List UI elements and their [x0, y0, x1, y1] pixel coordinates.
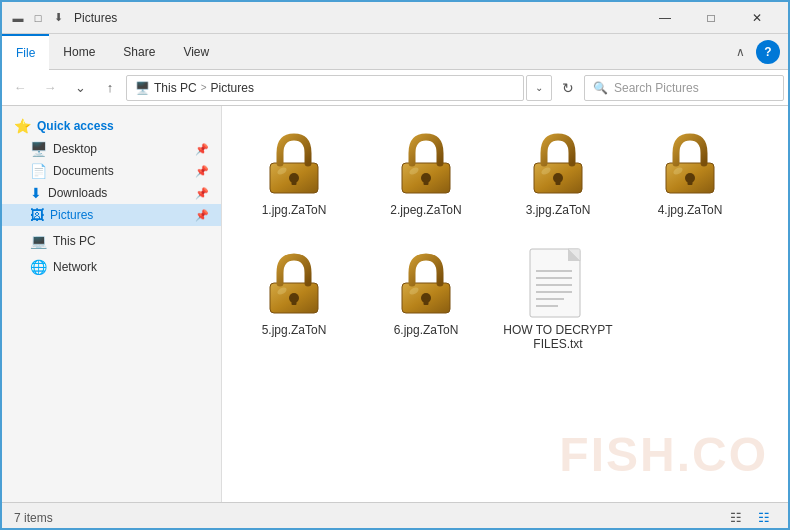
- sidebar-item-documents-label: Documents: [53, 164, 114, 178]
- up-button[interactable]: ↑: [96, 74, 124, 102]
- tab-share[interactable]: Share: [109, 34, 169, 69]
- sidebar-item-desktop[interactable]: 🖥️ Desktop 📌: [2, 138, 221, 160]
- back-button[interactable]: ←: [6, 74, 34, 102]
- title-text: Pictures: [74, 11, 117, 25]
- close-button[interactable]: ✕: [734, 2, 780, 34]
- sidebar-item-thispc[interactable]: 💻 This PC: [2, 230, 221, 252]
- file-area: 1.jpg.ZaToN 2.jpeg.ZaToN: [222, 106, 788, 502]
- file-name-2: 2.jpeg.ZaToN: [390, 203, 461, 217]
- sidebar-item-network-label: Network: [53, 260, 97, 274]
- sidebar-item-pictures[interactable]: 🖼 Pictures 📌: [2, 204, 221, 226]
- file-item-4[interactable]: 4.jpg.ZaToN: [630, 118, 750, 226]
- path-chevron-1: >: [201, 82, 207, 93]
- watermark: FISH.CO: [559, 427, 768, 482]
- sidebar-item-desktop-label: Desktop: [53, 142, 97, 156]
- tb-icon-3: ⬇: [50, 10, 66, 26]
- desktop-pin-icon: 📌: [195, 143, 209, 156]
- file-item-5[interactable]: 5.jpg.ZaToN: [234, 238, 354, 360]
- svg-rect-10: [556, 178, 561, 185]
- grid-view-button[interactable]: ☷: [752, 506, 776, 530]
- file-icon-7: [522, 247, 594, 319]
- main-area: ⭐ Quick access 🖥️ Desktop 📌 📄 Documents …: [2, 106, 788, 502]
- ribbon-collapse-icon[interactable]: ∧: [728, 40, 752, 64]
- forward-button[interactable]: →: [36, 74, 64, 102]
- sidebar-item-thispc-label: This PC: [53, 234, 96, 248]
- file-icon-3: [522, 127, 594, 199]
- quick-access-section: ⭐ Quick access 🖥️ Desktop 📌 📄 Documents …: [2, 114, 221, 226]
- sidebar-item-downloads-label: Downloads: [48, 186, 107, 200]
- downloads-icon: ⬇: [30, 185, 42, 201]
- network-icon: 🌐: [30, 259, 47, 275]
- sidebar-item-pictures-label: Pictures: [50, 208, 93, 222]
- pictures-sidebar-icon: 🖼: [30, 207, 44, 223]
- svg-rect-6: [424, 178, 429, 185]
- file-item-6[interactable]: 6.jpg.ZaToN: [366, 238, 486, 360]
- path-thispc: This PC >: [154, 81, 207, 95]
- svg-rect-18: [292, 298, 297, 305]
- tab-home[interactable]: Home: [49, 34, 109, 69]
- refresh-button[interactable]: ↻: [554, 74, 582, 102]
- file-icon-2: [390, 127, 462, 199]
- path-icon: 🖥️: [135, 81, 150, 95]
- ribbon-help-icon[interactable]: ?: [756, 40, 780, 64]
- file-item-2[interactable]: 2.jpeg.ZaToN: [366, 118, 486, 226]
- file-item-1[interactable]: 1.jpg.ZaToN: [234, 118, 354, 226]
- search-icon: 🔍: [593, 81, 608, 95]
- search-box[interactable]: 🔍 Search Pictures: [584, 75, 784, 101]
- address-path[interactable]: 🖥️ This PC > Pictures: [126, 75, 524, 101]
- file-icon-5: [258, 247, 330, 319]
- ribbon-right: ∧ ?: [728, 34, 788, 69]
- tab-view[interactable]: View: [169, 34, 223, 69]
- file-icon-1: [258, 127, 330, 199]
- dropdown-button[interactable]: ⌄: [66, 74, 94, 102]
- file-name-5: 5.jpg.ZaToN: [262, 323, 327, 337]
- file-name-3: 3.jpg.ZaToN: [526, 203, 591, 217]
- svg-rect-22: [424, 298, 429, 305]
- svg-rect-14: [688, 178, 693, 185]
- pictures-pin-icon: 📌: [195, 209, 209, 222]
- thispc-icon: 💻: [30, 233, 47, 249]
- title-bar-icons: ▬ □ ⬇: [10, 10, 66, 26]
- network-section: 🌐 Network: [2, 256, 221, 278]
- file-name-7: HOW TO DECRYPT FILES.txt: [503, 323, 613, 351]
- list-view-button[interactable]: ☷: [724, 506, 748, 530]
- svg-rect-2: [292, 178, 297, 185]
- file-item-7[interactable]: HOW TO DECRYPT FILES.txt: [498, 238, 618, 360]
- documents-pin-icon: 📌: [195, 165, 209, 178]
- item-count: 7 items: [14, 511, 53, 525]
- desktop-icon: 🖥️: [30, 141, 47, 157]
- sidebar-item-network[interactable]: 🌐 Network: [2, 256, 221, 278]
- file-item-3[interactable]: 3.jpg.ZaToN: [498, 118, 618, 226]
- thispc-section: 💻 This PC: [2, 230, 221, 252]
- ribbon: File Home Share View ∧ ?: [2, 34, 788, 70]
- search-placeholder: Search Pictures: [614, 81, 699, 95]
- quick-access-label: Quick access: [37, 119, 114, 133]
- address-chevron-icon[interactable]: ⌄: [526, 75, 552, 101]
- file-icon-6: [390, 247, 462, 319]
- title-bar-title: Pictures: [74, 11, 642, 25]
- view-buttons: ☷ ☷: [724, 506, 776, 530]
- sidebar: ⭐ Quick access 🖥️ Desktop 📌 📄 Documents …: [2, 106, 222, 502]
- sidebar-item-documents[interactable]: 📄 Documents 📌: [2, 160, 221, 182]
- tb-icon-1: ▬: [10, 10, 26, 26]
- path-pictures-label: Pictures: [211, 81, 254, 95]
- minimize-button[interactable]: —: [642, 2, 688, 34]
- maximize-button[interactable]: □: [688, 2, 734, 34]
- sidebar-item-downloads[interactable]: ⬇ Downloads 📌: [2, 182, 221, 204]
- file-name-4: 4.jpg.ZaToN: [658, 203, 723, 217]
- file-name-6: 6.jpg.ZaToN: [394, 323, 459, 337]
- file-grid: 1.jpg.ZaToN 2.jpeg.ZaToN: [234, 118, 776, 360]
- path-pictures: Pictures: [211, 81, 254, 95]
- tab-file[interactable]: File: [2, 34, 49, 70]
- quick-access-icon: ⭐: [14, 118, 31, 134]
- status-bar: 7 items ☷ ☷: [2, 502, 788, 530]
- file-icon-4: [654, 127, 726, 199]
- tb-icon-2: □: [30, 10, 46, 26]
- title-bar-controls: — □ ✕: [642, 2, 780, 34]
- title-bar: ▬ □ ⬇ Pictures — □ ✕: [2, 2, 788, 34]
- path-thispc-label: This PC: [154, 81, 197, 95]
- quick-access-heading[interactable]: ⭐ Quick access: [2, 114, 221, 138]
- file-name-1: 1.jpg.ZaToN: [262, 203, 327, 217]
- documents-icon: 📄: [30, 163, 47, 179]
- downloads-pin-icon: 📌: [195, 187, 209, 200]
